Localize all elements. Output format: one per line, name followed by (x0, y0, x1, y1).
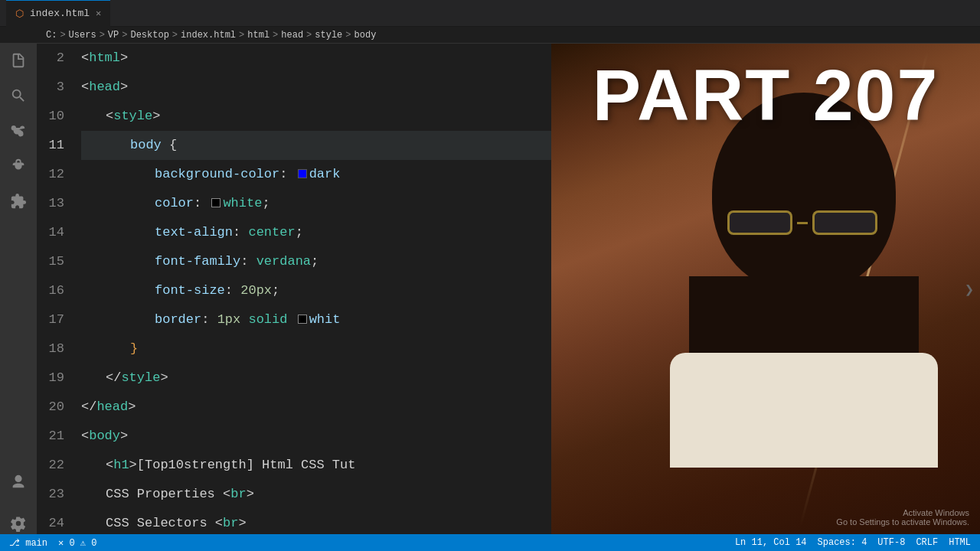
source-control-icon[interactable] (8, 120, 29, 142)
part-title: PART 207 (551, 59, 980, 132)
bc-c[interactable]: C: (46, 30, 57, 41)
status-encoding[interactable]: UTF-8 (877, 537, 905, 548)
status-right: Ln 11, Col 14 Spaces: 4 UTF-8 CRLF HTML (735, 537, 971, 548)
code-line-10: <style> (81, 102, 551, 131)
color-swatch-white2 (298, 315, 307, 324)
code-line-18: } (81, 334, 551, 364)
activate-subtitle: Go to Settings to activate Windows. (836, 517, 969, 527)
code-content: 2 3 10 11 12 13 14 15 16 17 18 19 20 21 … (37, 44, 551, 534)
ln-19: 19 (37, 364, 64, 393)
ln-14: 14 (37, 218, 64, 247)
ln-17: 17 (37, 305, 64, 334)
code-line-2: <html> (81, 44, 551, 73)
settings-icon[interactable] (8, 513, 29, 534)
line-numbers: 2 3 10 11 12 13 14 15 16 17 18 19 20 21 … (37, 44, 75, 534)
webcam-photo: PART 207 Activate Windows Go to Settings… (551, 44, 980, 534)
status-ln-col[interactable]: Ln 11, Col 14 (735, 537, 807, 548)
code-line-17: border : 1px solid whit (81, 305, 551, 334)
ln-3: 3 (37, 73, 64, 102)
bc-html[interactable]: html (247, 30, 270, 41)
code-line-20: </head> (81, 393, 551, 422)
bc-desktop[interactable]: Desktop (130, 30, 168, 41)
status-line-ending[interactable]: CRLF (916, 537, 938, 548)
editor-area: 2 3 10 11 12 13 14 15 16 17 18 19 20 21 … (37, 44, 980, 534)
code-line-21: <body> (81, 422, 551, 451)
search-icon[interactable] (8, 85, 29, 106)
code-line-12: background-color : dark (81, 160, 551, 189)
status-errors[interactable]: ✕ 0 ⚠ 0 (58, 537, 96, 549)
ln-15: 15 (37, 247, 64, 276)
ln-12: 12 (37, 160, 64, 189)
activity-bar (0, 44, 37, 534)
bc-body[interactable]: body (354, 30, 377, 41)
status-git[interactable]: ⎇ main (9, 537, 47, 549)
code-line-11: body { (81, 131, 551, 160)
code-line-15: font-family : verdana ; (81, 247, 551, 276)
extensions-icon[interactable] (8, 191, 29, 212)
ln-20: 20 (37, 393, 64, 422)
activate-watermark: Activate Windows Go to Settings to activ… (836, 508, 969, 527)
account-icon[interactable] (8, 471, 29, 493)
ln-18: 18 (37, 334, 64, 364)
ln-16: 16 (37, 276, 64, 305)
code-line-13: color : white ; (81, 189, 551, 218)
status-bar: ⎇ main ✕ 0 ⚠ 0 Ln 11, Col 14 Spaces: 4 U… (0, 534, 980, 551)
activate-title: Activate Windows (836, 508, 969, 517)
webcam-next-chevron[interactable]: ❯ (965, 279, 974, 298)
ln-23: 23 (37, 480, 64, 509)
code-line-23: CSS Properties <br> (81, 480, 551, 509)
ln-11: 11 (37, 131, 64, 160)
code-line-22: <h1> [Top10strength] Html CSS Tut (81, 451, 551, 480)
debug-icon[interactable] (8, 155, 29, 177)
editor-tab[interactable]: ⬡ index.html ✕ (6, 0, 110, 27)
bc-head[interactable]: head (281, 30, 303, 41)
ln-10: 10 (37, 102, 64, 131)
tab-close-button[interactable]: ✕ (96, 8, 101, 19)
ln-21: 21 (37, 422, 64, 451)
code-line-3: <head> (81, 73, 551, 102)
bc-style[interactable]: style (315, 30, 342, 41)
bc-indexhtml[interactable]: index.html (181, 30, 236, 41)
ln-2: 2 (37, 44, 64, 73)
bc-users[interactable]: Users (69, 30, 96, 41)
status-spaces[interactable]: Spaces: 4 (818, 537, 867, 548)
person-silhouette (651, 93, 957, 534)
ln-24: 24 (37, 509, 64, 534)
main-area: 2 3 10 11 12 13 14 15 16 17 18 19 20 21 … (0, 44, 980, 534)
code-line-14: text-align : center ; (81, 218, 551, 247)
code-line-19: </style> (81, 364, 551, 393)
files-icon[interactable] (8, 50, 29, 71)
ln-13: 13 (37, 189, 64, 218)
ln-22: 22 (37, 451, 64, 480)
webcam-panel: PART 207 Activate Windows Go to Settings… (551, 44, 980, 534)
code-line-24: CSS Selectors <br> (81, 509, 551, 534)
top-bar: ⬡ index.html ✕ (0, 0, 980, 27)
bc-vp[interactable]: VP (108, 30, 119, 41)
code-panel[interactable]: 2 3 10 11 12 13 14 15 16 17 18 19 20 21 … (37, 44, 551, 534)
breadcrumb: C: > Users > VP > Desktop > index.html >… (0, 27, 980, 44)
tab-label: index.html (30, 8, 90, 19)
color-swatch-dark (298, 169, 307, 178)
tab-html-icon: ⬡ (15, 8, 24, 20)
status-language[interactable]: HTML (949, 537, 971, 548)
code-lines: <html> <head> <style> body (75, 44, 551, 534)
color-swatch-white (211, 198, 220, 207)
code-line-16: font-size : 20px ; (81, 276, 551, 305)
